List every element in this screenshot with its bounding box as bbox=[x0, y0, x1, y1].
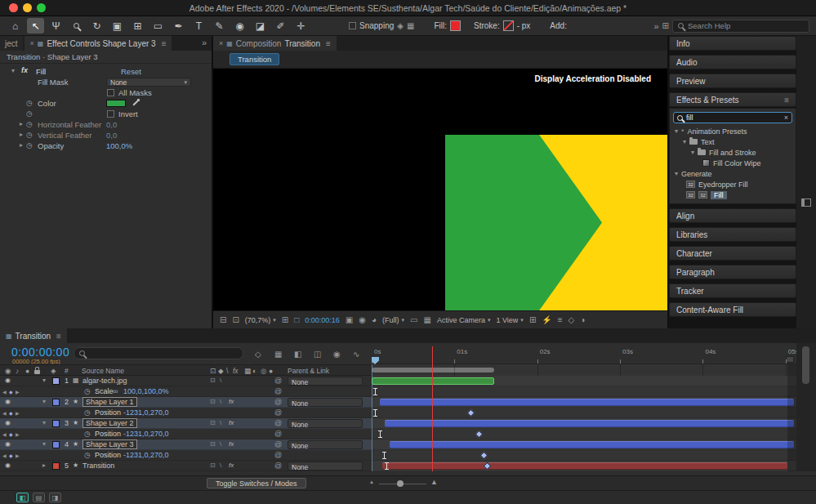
layer-duration-bar[interactable] bbox=[385, 420, 794, 427]
orbit-camera-tool-icon[interactable]: ↻ bbox=[88, 18, 105, 33]
invert-checkbox[interactable] bbox=[107, 110, 114, 118]
resolution-dropdown[interactable]: (Full)▾ bbox=[382, 316, 404, 324]
reset-effect-link[interactable]: Reset bbox=[121, 67, 141, 76]
roto-brush-tool-icon[interactable]: ✐ bbox=[272, 18, 289, 33]
tree-item-animation-presets[interactable]: ▾ * Animation Presets bbox=[670, 126, 796, 136]
tab-overflow-chevron[interactable]: » bbox=[202, 36, 212, 51]
track-row[interactable] bbox=[372, 418, 796, 429]
parent-dropdown[interactable]: None▾ bbox=[288, 440, 363, 449]
property-value[interactable]: -1231,0,270,0 bbox=[123, 408, 169, 417]
parent-link-column-header[interactable]: Parent & Link bbox=[288, 367, 329, 375]
zoom-tool-icon[interactable] bbox=[68, 18, 85, 33]
tree-item-eyedropper-fill[interactable]: 32 Eyedropper Fill bbox=[670, 179, 796, 190]
stroke-color-swatch[interactable] bbox=[503, 20, 514, 31]
twirl-down-icon[interactable]: ▾ bbox=[42, 440, 46, 448]
collapse-switch-icon[interactable]: ⊡ bbox=[210, 462, 216, 469]
twirl-down-icon[interactable]: ▾ bbox=[675, 170, 678, 177]
timeline-current-time[interactable]: 0:00:00:00 bbox=[11, 346, 69, 359]
comp-flowchart-icon[interactable]: ◇ bbox=[569, 315, 575, 324]
collapse-panel-strip-icon[interactable] bbox=[801, 198, 811, 207]
tree-item-fill[interactable]: 32 32 Fill bbox=[670, 190, 796, 200]
track-row[interactable] bbox=[372, 397, 796, 408]
property-name[interactable]: Scale bbox=[95, 387, 114, 395]
add-label[interactable]: Add: bbox=[550, 21, 567, 30]
eye-icon[interactable]: ◉ bbox=[5, 440, 11, 448]
close-tab-icon[interactable]: × bbox=[30, 39, 34, 47]
track-row[interactable] bbox=[372, 376, 796, 386]
keyframe-marker[interactable] bbox=[373, 388, 377, 395]
grid-guides-icon[interactable]: ⊞ bbox=[282, 315, 288, 324]
workspace-icon[interactable]: ⊞ bbox=[662, 21, 669, 30]
snap-option-2-icon[interactable]: ▦ bbox=[407, 21, 414, 30]
panel-menu-icon[interactable]: ≡ bbox=[162, 39, 167, 48]
home-icon[interactable]: ⌂ bbox=[7, 18, 24, 33]
prev-keyframe-icon[interactable]: ◀ bbox=[2, 431, 7, 437]
layer-name[interactable]: Shape Layer 1 bbox=[82, 397, 137, 407]
twirl-down-icon[interactable]: ▾ bbox=[691, 149, 694, 156]
add-keyframe-icon[interactable]: ◆ bbox=[9, 431, 13, 437]
audio-panel-header[interactable]: Audio bbox=[669, 55, 796, 69]
effects-presets-search-input[interactable]: fill × bbox=[673, 112, 792, 123]
pixel-aspect-icon[interactable]: ⊞ bbox=[529, 315, 536, 324]
twirl-down-icon[interactable]: ▾ bbox=[11, 67, 15, 74]
property-pickwhip-icon[interactable]: @ bbox=[274, 387, 282, 395]
timeline-property-row[interactable]: ◀ ◆ ▶ ◷ Scale ∞ 100,0,100,0% @ bbox=[0, 386, 372, 397]
parent-dropdown[interactable]: None▾ bbox=[288, 398, 363, 407]
all-masks-checkbox[interactable] bbox=[107, 89, 114, 96]
parent-pickwhip-icon[interactable]: @ bbox=[274, 398, 282, 406]
libraries-panel-header[interactable]: Libraries bbox=[669, 227, 796, 242]
graph-editor-icon[interactable]: ∿ bbox=[353, 350, 359, 359]
camera-tool-icon[interactable]: ▣ bbox=[109, 18, 126, 33]
cti-red-line[interactable] bbox=[432, 346, 433, 471]
parent-dropdown[interactable]: None▾ bbox=[288, 462, 363, 471]
quality-switch-icon[interactable]: \ bbox=[220, 398, 221, 405]
stopwatch-icon[interactable]: ◷ bbox=[26, 131, 33, 139]
horizontal-feather-value[interactable]: 0,0 bbox=[106, 120, 117, 129]
color-swatch[interactable] bbox=[106, 100, 126, 107]
close-window-button[interactable] bbox=[9, 3, 18, 12]
stopwatch-icon[interactable]: ◷ bbox=[84, 408, 91, 417]
tree-item-generate[interactable]: ▾ Generate bbox=[670, 168, 796, 179]
effect-header-row[interactable]: ▾ fx Fill Reset bbox=[0, 66, 212, 77]
keyframe-diamond[interactable] bbox=[466, 409, 475, 417]
stopwatch-icon[interactable]: ◷ bbox=[26, 120, 33, 128]
camera-view-dropdown[interactable]: Active Camera▾ bbox=[437, 316, 491, 324]
show-snapshot-icon[interactable]: ◉ bbox=[359, 315, 366, 324]
toggle-transfer-controls-pane-icon[interactable]: ▤ bbox=[33, 493, 45, 502]
stopwatch-icon[interactable]: ◷ bbox=[84, 387, 91, 395]
timeline-layer-row[interactable]: ◉ ▾ 1 ▦ algar-tech.jpg ⊡ \ @ None▾ bbox=[0, 376, 372, 386]
property-value[interactable]: -1231,0,270,0 bbox=[123, 430, 169, 438]
vertical-feather-value[interactable]: 0,0 bbox=[106, 131, 117, 140]
tab-timeline-transition[interactable]: ▦ Transition ≡ bbox=[0, 328, 67, 343]
twirl-down-icon[interactable]: ▾ bbox=[683, 138, 686, 145]
fast-previews-icon[interactable]: ⚡ bbox=[542, 315, 551, 324]
composition-mini-flowchart-icon[interactable]: ◇ bbox=[255, 350, 261, 359]
tree-item-fill-color-wipe[interactable]: Fill Color Wipe bbox=[670, 158, 796, 168]
property-name[interactable]: Position bbox=[95, 451, 121, 459]
next-keyframe-icon[interactable]: ▶ bbox=[16, 431, 20, 437]
exposure-icon[interactable]: ◑ bbox=[580, 315, 585, 324]
composition-viewport[interactable]: Display Acceleration Disabled bbox=[213, 69, 667, 310]
stopwatch-icon[interactable]: ◷ bbox=[26, 99, 33, 107]
fx-switch-icon[interactable]: fx bbox=[229, 440, 234, 448]
toggle-inout-pane-icon[interactable]: ◨ bbox=[49, 493, 61, 502]
constrain-proportions-icon[interactable]: ∞ bbox=[113, 387, 118, 395]
hide-shy-layers-icon[interactable]: ◧ bbox=[294, 350, 301, 359]
stroke-width-value[interactable]: - px bbox=[517, 21, 531, 30]
layer-label-color[interactable] bbox=[52, 462, 60, 470]
parent-pickwhip-icon[interactable]: @ bbox=[274, 462, 282, 470]
effect-name[interactable]: Fill bbox=[36, 67, 46, 76]
zoom-window-button[interactable] bbox=[37, 3, 46, 12]
timeline-property-row[interactable]: ◀ ◆ ▶ ◷ Position -1231,0,270,0 @ bbox=[0, 408, 372, 418]
timeline-vertical-scrollbar[interactable] bbox=[796, 343, 816, 471]
tab-project-partial[interactable]: ject bbox=[0, 36, 23, 51]
panel-menu-icon[interactable]: ≡ bbox=[326, 39, 331, 48]
quality-switch-icon[interactable]: \ bbox=[220, 440, 221, 448]
preview-panel-header[interactable]: Preview bbox=[669, 74, 796, 88]
twirl-right-icon[interactable]: ▸ bbox=[20, 141, 23, 149]
eye-icon[interactable]: ◉ bbox=[5, 377, 11, 384]
property-value[interactable]: -1231,0,270,0 bbox=[123, 451, 169, 459]
zoom-in-timeline-icon[interactable]: ▲ bbox=[430, 478, 438, 486]
fx-switch-icon[interactable]: fx bbox=[229, 398, 234, 405]
keyframe-marker[interactable] bbox=[373, 409, 377, 417]
